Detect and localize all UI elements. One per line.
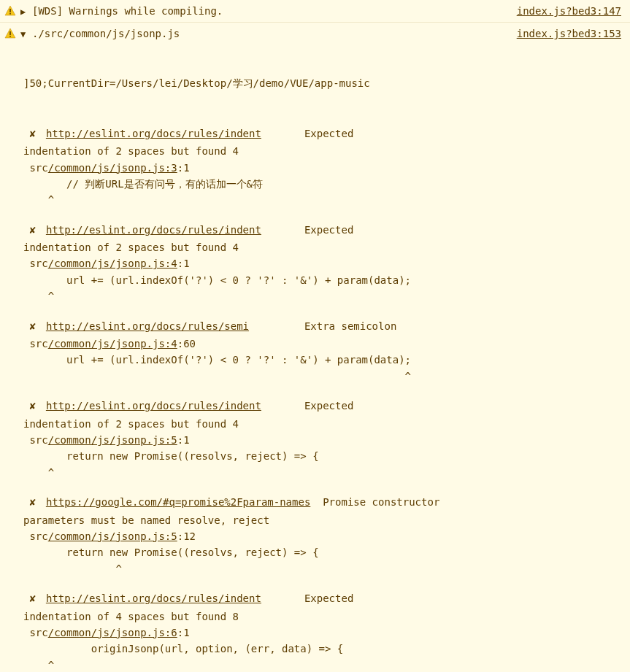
caret-pointer: ^ bbox=[23, 368, 621, 385]
warning-icon bbox=[4, 28, 16, 39]
code-snippet: url += (url.indexOf('?') < 0 ? '?' : '&'… bbox=[23, 352, 621, 368]
rule-link[interactable]: http://eslint.org/docs/rules/indent bbox=[46, 224, 261, 236]
caret-pointer: ^ bbox=[23, 657, 621, 672]
msg-padding bbox=[261, 128, 304, 139]
error-message: Expected bbox=[304, 224, 353, 236]
error-message-cont: indentation of 4 spaces but found 8 bbox=[23, 609, 621, 625]
error-location: src/common/js/jsonp.js:5:1 bbox=[23, 432, 621, 448]
msg-padding bbox=[310, 496, 323, 508]
lint-error: ✘http://eslint.org/docs/rules/semi Extra… bbox=[23, 318, 621, 385]
disclosure-triangle[interactable]: ▶ bbox=[20, 5, 29, 19]
rule-link[interactable]: https://google.com/#q=promise%2Fparam-na… bbox=[46, 496, 310, 508]
disclosure-triangle[interactable]: ▼ bbox=[20, 28, 29, 42]
error-message-cont: indentation of 2 spaces but found 4 bbox=[23, 239, 621, 255]
code-snippet: url += (url.indexOf('?') < 0 ? '?' : '&'… bbox=[23, 272, 621, 288]
error-location: src/common/js/jsonp.js:3:1 bbox=[23, 160, 621, 176]
rule-link[interactable]: http://eslint.org/docs/rules/indent bbox=[46, 592, 261, 604]
warning-body: ]50;CurrentDir=/Users/lei/Desktop/学习/dem… bbox=[4, 42, 621, 672]
svg-rect-2 bbox=[9, 31, 11, 35]
rule-link[interactable]: http://eslint.org/docs/rules/semi bbox=[46, 320, 249, 332]
rule-link[interactable]: http://eslint.org/docs/rules/indent bbox=[46, 400, 261, 412]
msg-padding bbox=[261, 224, 304, 236]
file-link[interactable]: /common/js/jsonp.js:5 bbox=[48, 530, 177, 542]
error-x-icon: ✘ bbox=[29, 125, 35, 142]
error-message: Expected bbox=[304, 592, 353, 604]
error-message: Expected bbox=[304, 400, 353, 412]
code-snippet: originJsonp(url, option, (err, data) => … bbox=[23, 641, 621, 657]
caret-pointer: ^ bbox=[23, 288, 621, 304]
svg-rect-3 bbox=[9, 36, 11, 37]
svg-rect-0 bbox=[9, 9, 11, 12]
msg-padding bbox=[249, 320, 304, 332]
source-link[interactable]: index.js?bed3:147 bbox=[508, 3, 621, 19]
error-message-cont: indentation of 2 spaces but found 4 bbox=[23, 416, 621, 432]
caret-pointer: ^ bbox=[23, 192, 621, 208]
error-x-icon: ✘ bbox=[29, 590, 35, 606]
error-message: Promise constructor bbox=[323, 496, 439, 508]
svg-rect-1 bbox=[9, 13, 11, 15]
error-message: Extra semicolon bbox=[304, 320, 396, 332]
error-message-cont: parameters must be named resolve, reject bbox=[23, 512, 621, 528]
msg-padding bbox=[261, 592, 304, 604]
error-location: src/common/js/jsonp.js:6:1 bbox=[23, 625, 621, 641]
error-message: Expected bbox=[304, 128, 353, 139]
lint-error: ✘http://eslint.org/docs/rules/indent Exp… bbox=[23, 590, 621, 672]
error-x-icon: ✘ bbox=[29, 222, 35, 238]
source-link[interactable]: index.js?bed3:153 bbox=[508, 26, 621, 42]
caret-pointer: ^ bbox=[23, 465, 621, 481]
code-snippet: return new Promise((resolvs, reject) => … bbox=[23, 448, 621, 464]
error-x-icon: ✘ bbox=[29, 494, 35, 510]
error-x-icon: ✘ bbox=[29, 398, 35, 414]
lint-error: ✘https://google.com/#q=promise%2Fparam-n… bbox=[23, 494, 621, 577]
error-location: src/common/js/jsonp.js:4:1 bbox=[23, 255, 621, 271]
lint-error: ✘http://eslint.org/docs/rules/indent Exp… bbox=[23, 398, 621, 481]
current-dir-line: ]50;CurrentDir=/Users/lei/Desktop/学习/dem… bbox=[23, 75, 621, 91]
rule-link[interactable]: http://eslint.org/docs/rules/indent bbox=[46, 128, 261, 139]
error-location: src/common/js/jsonp.js:5:12 bbox=[23, 528, 621, 544]
warning-icon bbox=[4, 5, 16, 17]
warning-title: ./src/common/js/jsonp.js bbox=[32, 26, 180, 42]
error-x-icon: ✘ bbox=[29, 318, 35, 334]
msg-padding bbox=[261, 400, 304, 412]
error-location: src/common/js/jsonp.js:4:60 bbox=[23, 336, 621, 352]
console-row-1: ▶ [WDS] Warnings while compiling. index.… bbox=[0, 0, 630, 23]
file-link[interactable]: /common/js/jsonp.js:4 bbox=[48, 258, 177, 269]
file-link[interactable]: /common/js/jsonp.js:4 bbox=[48, 338, 177, 349]
code-snippet: return new Promise((resolvs, reject) => … bbox=[23, 544, 621, 560]
file-link[interactable]: /common/js/jsonp.js:5 bbox=[48, 434, 177, 446]
file-link[interactable]: /common/js/jsonp.js:3 bbox=[48, 162, 177, 174]
lint-error: ✘http://eslint.org/docs/rules/indent Exp… bbox=[23, 222, 621, 305]
code-snippet: // 判断URL是否有问号，有的话加一个&符 bbox=[23, 176, 621, 192]
error-message-cont: indentation of 2 spaces but found 4 bbox=[23, 143, 621, 159]
console-row-2: ▼ ./src/common/js/jsonp.js index.js?bed3… bbox=[0, 23, 630, 672]
warning-title: [WDS] Warnings while compiling. bbox=[32, 3, 223, 19]
lint-error: ✘http://eslint.org/docs/rules/indent Exp… bbox=[23, 125, 621, 209]
file-link[interactable]: /common/js/jsonp.js:6 bbox=[48, 627, 177, 638]
caret-pointer: ^ bbox=[23, 561, 621, 577]
